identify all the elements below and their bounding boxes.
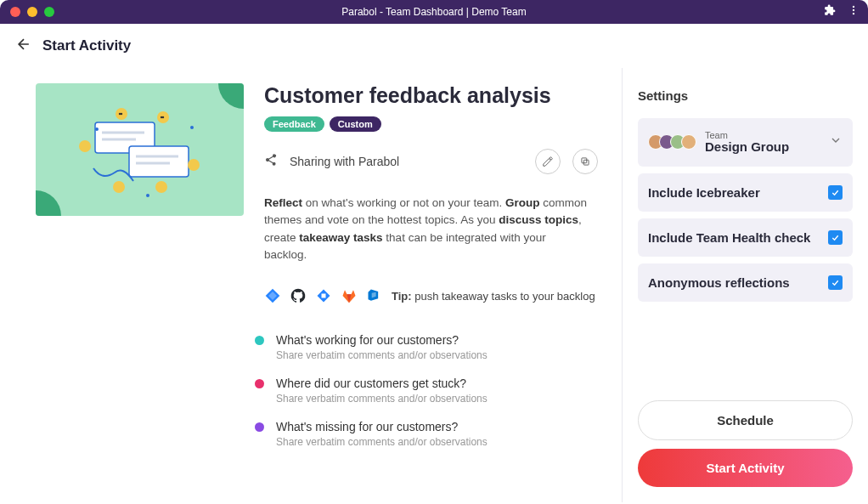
toggle-team-health[interactable]: Include Team Health check <box>638 218 853 257</box>
activity-title: Customer feedback analysis <box>264 83 598 108</box>
github-icon <box>290 287 307 304</box>
svg-rect-22 <box>583 160 589 165</box>
menu-dots-icon[interactable] <box>848 4 860 20</box>
svg-rect-23 <box>582 158 587 163</box>
checkbox-checked-icon[interactable] <box>828 185 843 200</box>
tip-text: push takeaway tasks to your backlog <box>412 290 595 303</box>
azure-icon <box>315 287 332 304</box>
page-header: Start Activity <box>0 24 868 68</box>
activity-description: Reflect on what's working or not on your… <box>264 195 587 263</box>
prompt-color-dot <box>255 422 264 432</box>
svg-point-15 <box>79 140 91 152</box>
svg-point-16 <box>113 181 125 193</box>
window-title: Parabol - Team Dashboard | Demo Team <box>0 6 868 18</box>
chevron-down-icon <box>829 133 843 150</box>
svg-point-17 <box>155 181 167 193</box>
jira-icon <box>264 287 281 304</box>
page-title: Start Activity <box>42 37 131 54</box>
main-content: Customer feedback analysis Feedback Cust… <box>0 68 622 502</box>
avatar <box>681 134 696 150</box>
copy-button[interactable] <box>572 149 598 174</box>
prompt-item: What's working for our customers?Share v… <box>255 333 598 361</box>
prompt-subtext: Share verbatim comments and/or observati… <box>276 393 488 405</box>
svg-rect-6 <box>129 146 189 177</box>
prompt-color-dot <box>255 379 264 388</box>
team-selector[interactable]: Team Design Group <box>638 118 853 167</box>
svg-point-0 <box>853 6 854 8</box>
svg-rect-24 <box>322 294 326 298</box>
prompt-subtext: Share verbatim comments and/or observati… <box>276 436 488 448</box>
prompt-subtext: Share verbatim comments and/or observati… <box>276 349 488 361</box>
badge-feedback: Feedback <box>264 116 324 132</box>
toggle-icebreaker[interactable]: Include Icebreaker <box>638 173 853 212</box>
team-name: Design Group <box>705 140 789 155</box>
prompt-item: What's missing for our customers?Share v… <box>255 420 598 448</box>
svg-point-18 <box>188 159 200 171</box>
checkbox-checked-icon[interactable] <box>828 230 843 245</box>
svg-point-1 <box>853 9 854 11</box>
share-icon <box>264 153 278 170</box>
integrations-row: Tip: push takeaway tasks to your backlog <box>264 287 598 304</box>
activity-illustration <box>36 83 244 216</box>
badge-custom: Custom <box>330 116 381 132</box>
start-activity-button[interactable]: Start Activity <box>638 449 853 487</box>
prompt-color-dot <box>255 336 264 345</box>
prompt-question: Where did our customers get stuck? <box>276 377 488 390</box>
prompt-question: What's working for our customers? <box>276 333 488 347</box>
svg-point-14 <box>161 116 162 118</box>
team-avatars <box>648 134 696 150</box>
svg-point-2 <box>853 13 854 14</box>
sharing-text: Sharing with Parabol <box>290 155 523 168</box>
toggle-anonymous[interactable]: Anonymous reflections <box>638 263 853 302</box>
settings-title: Settings <box>638 88 853 103</box>
schedule-button[interactable]: Schedule <box>638 400 853 440</box>
back-arrow-icon[interactable] <box>15 36 32 56</box>
checkbox-checked-icon[interactable] <box>828 275 843 290</box>
azure-devops-icon <box>366 287 383 304</box>
edit-button[interactable] <box>535 149 561 174</box>
svg-point-21 <box>146 194 149 197</box>
prompts-list: What's working for our customers?Share v… <box>255 333 598 448</box>
settings-sidebar: Settings Team Design Group Include Icebr… <box>622 68 868 502</box>
svg-point-20 <box>95 127 99 131</box>
svg-point-11 <box>119 113 121 115</box>
extensions-icon[interactable] <box>824 4 836 20</box>
svg-point-19 <box>190 126 194 129</box>
window-titlebar: Parabol - Team Dashboard | Demo Team <box>0 0 868 24</box>
gitlab-icon <box>341 287 358 304</box>
prompt-item: Where did our customers get stuck?Share … <box>255 377 598 405</box>
prompt-question: What's missing for our customers? <box>276 420 488 433</box>
tip-label: Tip: <box>392 290 412 303</box>
